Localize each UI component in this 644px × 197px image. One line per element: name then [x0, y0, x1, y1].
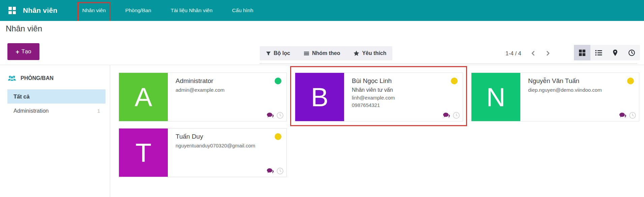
menu-item-phong-ban[interactable]: Phòng/Ban: [121, 0, 156, 21]
department-count: 1: [97, 108, 100, 114]
employee-phone: 0987654321: [352, 102, 449, 108]
employee-card[interactable]: N Nguyễn Văn Tuấn diep.nguyen@demo.viind…: [471, 73, 639, 121]
sidebar-heading: PHÒNG/BAN: [7, 75, 110, 82]
employee-email: diep.nguyen@demo.viindoo.com: [528, 87, 625, 93]
app-brand-title[interactable]: Nhân viên: [23, 0, 57, 21]
card-activity-clock-icon[interactable]: [276, 167, 284, 175]
card-footer: [266, 167, 284, 175]
view-list-button[interactable]: [590, 45, 607, 60]
favorites-button[interactable]: Yêu thích: [354, 50, 386, 56]
department-label: Tất cả: [13, 93, 30, 100]
card-chat-icon[interactable]: [266, 111, 275, 119]
employee-email: admin@example.com: [176, 87, 273, 93]
employee-name: Nguyễn Văn Tuấn: [528, 77, 625, 85]
filter-toolbar: Bộ lọc Nhóm theo Yêu thích: [260, 46, 392, 60]
employee-avatar: B: [295, 73, 344, 121]
pager-next-icon[interactable]: [545, 50, 551, 56]
avatar-initial: B: [311, 84, 328, 110]
status-dot[interactable]: [275, 78, 281, 84]
employee-details: admin@example.com: [176, 87, 273, 93]
menu-item-cau-hinh[interactable]: Cấu hình: [228, 0, 258, 21]
status-dot[interactable]: [451, 78, 458, 84]
group-by-button[interactable]: Nhóm theo: [304, 50, 340, 56]
employee-details: nguyentuanduy070320@gmail.com: [176, 143, 273, 148]
departments-sidebar: PHÒNG/BAN Tất cả Administration 1: [0, 65, 110, 197]
employee-kanban: A Administrator admin@example.com B Bùi …: [110, 65, 644, 197]
control-panel: Nhân viên + Tạo Bộ lọc Nhóm theo: [0, 21, 644, 65]
group-by-icon: [304, 51, 309, 56]
menu-item-tai-lieu[interactable]: Tài liệu Nhân viên: [166, 0, 217, 21]
create-button[interactable]: + Tạo: [7, 43, 39, 60]
card-chat-icon[interactable]: [618, 111, 627, 119]
kanban-icon: [579, 49, 586, 56]
status-dot[interactable]: [627, 78, 634, 84]
avatar-initial: A: [134, 84, 152, 110]
employee-details: diep.nguyen@demo.viindoo.com: [528, 87, 625, 93]
top-navbar: Nhân viên Nhân viên Phòng/Ban Tài liệu N…: [0, 0, 644, 21]
card-chat-icon[interactable]: [266, 167, 275, 175]
card-footer: [266, 111, 284, 119]
view-kanban-button[interactable]: [574, 45, 590, 60]
department-list: Tất cả Administration 1: [0, 89, 110, 118]
card-activity-clock-icon[interactable]: [276, 111, 284, 119]
card-chat-icon[interactable]: [442, 111, 451, 119]
plus-icon: +: [16, 49, 19, 55]
employee-card[interactable]: B Bùi Ngọc Linh Nhân viên tư vấnlinh@exa…: [295, 73, 463, 121]
main-area: PHÒNG/BAN Tất cả Administration 1 A Admi…: [0, 65, 644, 197]
card-activity-clock-icon[interactable]: [452, 111, 460, 119]
employee-name: Administrator: [176, 77, 273, 85]
apps-grid-icon[interactable]: [8, 7, 16, 14]
employee-card[interactable]: T Tuấn Duy nguyentuanduy070320@gmail.com: [119, 128, 287, 177]
employee-email: linh@example.com: [352, 95, 449, 101]
employee-name: Bùi Ngọc Linh: [352, 77, 449, 85]
employee-details: Nhân viên tư vấnlinh@example.com09876543…: [352, 87, 449, 108]
card-footer: [442, 111, 460, 119]
activity-view-icon: [628, 49, 635, 56]
employee-avatar: N: [471, 73, 520, 121]
employee-card[interactable]: A Administrator admin@example.com: [119, 73, 287, 121]
view-activity-button[interactable]: [623, 45, 640, 60]
top-menu: Nhân viên Phòng/Ban Tài liệu Nhân viên C…: [78, 0, 269, 21]
employee-job: Nhân viên tư vấn: [352, 87, 449, 93]
avatar-initial: T: [135, 140, 152, 166]
pager-range: 1-4 / 4: [505, 50, 521, 57]
card-footer: [618, 111, 637, 119]
page-title: Nhân viên: [6, 24, 42, 33]
sidebar-department-item[interactable]: Tất cả: [7, 89, 105, 104]
view-map-button[interactable]: [607, 45, 623, 60]
employee-name: Tuấn Duy: [176, 133, 273, 140]
view-switcher: [574, 45, 640, 60]
pager-previous-icon[interactable]: [530, 50, 536, 56]
department-label: Administration: [13, 108, 49, 114]
pager: 1-4 / 4: [505, 46, 551, 60]
avatar-initial: N: [486, 84, 505, 110]
menu-item-nhan-vien[interactable]: Nhân viên: [78, 0, 110, 21]
employee-email: nguyentuanduy070320@gmail.com: [176, 143, 273, 148]
card-activity-clock-icon[interactable]: [628, 111, 637, 119]
employee-avatar: T: [119, 129, 168, 177]
users-group-icon: [7, 75, 17, 82]
star-icon: [354, 51, 359, 56]
list-icon: [595, 49, 602, 56]
map-pin-icon: [612, 49, 619, 56]
sidebar-department-item[interactable]: Administration 1: [7, 104, 105, 118]
status-dot[interactable]: [275, 133, 281, 140]
employee-avatar: A: [119, 73, 168, 121]
filter-funnel-icon: [266, 51, 271, 56]
filters-button[interactable]: Bộ lọc: [266, 50, 290, 56]
